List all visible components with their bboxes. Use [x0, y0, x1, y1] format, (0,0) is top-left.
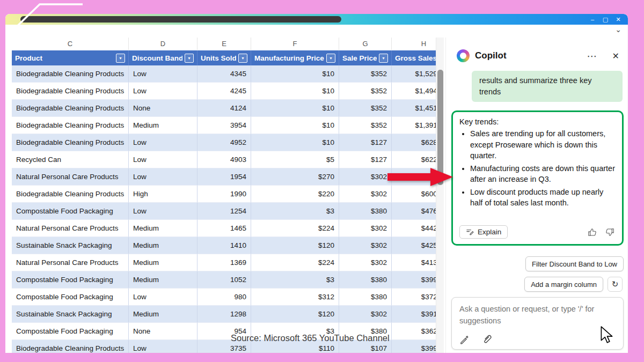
filter-dropdown-icon[interactable]: ▼ [379, 54, 388, 63]
cell-gross-sales[interactable]: $1,391,808 [392, 117, 436, 134]
cell-manufacturing-price[interactable]: $120 [251, 237, 339, 254]
cell-manufacturing-price[interactable]: $312 [251, 289, 339, 306]
suggestion-add-margin-column[interactable]: Add a margin column [524, 277, 603, 292]
cell-sale-price[interactable]: $380 [339, 271, 392, 289]
chevron-down-icon[interactable]: ⌄ [615, 25, 621, 34]
table-row[interactable]: Recycled CanLow4903$5$127$622,681 [12, 151, 436, 168]
cell-sale-price[interactable]: $302 [339, 306, 392, 323]
cell-sale-price[interactable]: $352 [339, 65, 392, 83]
cell-discount-band[interactable]: Medium [129, 237, 197, 254]
filter-dropdown-icon[interactable]: ▼ [326, 54, 335, 63]
cell-product[interactable]: Natural Personal Care Products [12, 168, 129, 186]
cell-manufacturing-price[interactable]: $10 [251, 65, 339, 83]
cell-units-sold[interactable]: 1990 [197, 186, 251, 203]
cell-discount-band[interactable]: Medium [129, 306, 197, 323]
cell-gross-sales[interactable]: $476,520 [392, 203, 436, 220]
copilot-input[interactable]: Ask a question or request, or type '/' f… [451, 297, 624, 350]
maximize-button[interactable]: ▢ [599, 14, 612, 25]
cell-manufacturing-price[interactable]: $3 [251, 203, 339, 220]
cell-units-sold[interactable]: 4903 [197, 151, 251, 168]
cell-discount-band[interactable]: Low [129, 168, 197, 186]
table-header-discount-band[interactable]: Discount Band▼ [129, 50, 197, 65]
cell-sale-price[interactable]: $302 [339, 237, 392, 254]
cell-product[interactable]: Compostable Food Packaging [12, 271, 129, 289]
table-row[interactable]: Biodegradable Cleaning ProductsMedium395… [12, 117, 436, 134]
cell-sale-price[interactable]: $380 [339, 289, 392, 306]
cell-manufacturing-price[interactable]: $10 [251, 134, 339, 151]
cell-manufacturing-price[interactable]: $224 [251, 254, 339, 271]
cell-sale-price[interactable]: $127 [339, 151, 392, 168]
column-letter-F[interactable]: F [251, 38, 339, 50]
cell-discount-band[interactable]: Medium [129, 271, 197, 289]
cell-manufacturing-price[interactable]: $10 [251, 100, 339, 117]
table-row[interactable]: Sustainable Snack PackagingMedium1298$12… [12, 306, 436, 323]
table-row[interactable]: Sustainable Snack PackagingMedium1410$12… [12, 237, 436, 254]
cell-manufacturing-price[interactable]: $220 [251, 186, 339, 203]
filter-dropdown-icon[interactable]: ▼ [238, 54, 247, 63]
cell-units-sold[interactable]: 1369 [197, 254, 251, 271]
cell-product[interactable]: Natural Personal Care Products [12, 220, 129, 237]
cell-units-sold[interactable]: 4345 [197, 65, 251, 83]
cell-gross-sales[interactable]: $442,430 [392, 220, 436, 237]
cell-units-sold[interactable]: 980 [197, 289, 251, 306]
cell-gross-sales[interactable]: $628,904 [392, 134, 436, 151]
table-row[interactable]: Natural Personal Care ProductsMedium1465… [12, 220, 436, 237]
table-row[interactable]: Biodegradable Cleaning ProductsLow4345$1… [12, 65, 436, 83]
cell-product[interactable]: Biodegradable Cleaning Products [12, 186, 129, 203]
cell-product[interactable]: Compostable Food Packaging [12, 289, 129, 306]
cell-sale-price[interactable]: $380 [339, 203, 392, 220]
cell-manufacturing-price[interactable]: $5 [251, 151, 339, 168]
cell-gross-sales[interactable]: $399,645 [392, 340, 436, 353]
table-header-product[interactable]: Product▼ [12, 50, 129, 65]
cell-units-sold[interactable]: 1254 [197, 203, 251, 220]
column-letter-C[interactable]: C [12, 38, 129, 50]
cell-discount-band[interactable]: Low [129, 203, 197, 220]
cell-units-sold[interactable]: 1954 [197, 168, 251, 186]
table-row[interactable]: Compostable Food PackagingLow1254$3$380$… [12, 203, 436, 220]
explain-button[interactable]: Explain [459, 225, 508, 239]
cell-gross-sales[interactable]: $391,996 [392, 306, 436, 323]
table-row[interactable]: Compostable Food PackagingLow980$312$380… [12, 289, 436, 306]
panel-close-icon[interactable]: ✕ [612, 51, 619, 61]
column-letter-H[interactable]: H [392, 38, 436, 50]
cell-sale-price[interactable]: $302 [339, 186, 392, 203]
cell-sale-price[interactable]: $302 [339, 220, 392, 237]
cell-product[interactable]: Natural Personal Care Products [12, 254, 129, 271]
cell-units-sold[interactable]: 4245 [197, 83, 251, 100]
more-options-icon[interactable]: ⋯ [587, 50, 597, 62]
cell-gross-sales[interactable]: $1,529,440 [392, 65, 436, 83]
suggestion-filter-discount-band[interactable]: Filter Discount Band to Low [525, 256, 624, 271]
column-letter-D[interactable]: D [129, 38, 197, 50]
cell-units-sold[interactable]: 1298 [197, 306, 251, 323]
column-letter-G[interactable]: G [339, 38, 392, 50]
cell-sale-price[interactable]: $352 [339, 117, 392, 134]
cell-product[interactable]: Biodegradable Cleaning Products [12, 100, 129, 117]
vertical-scrollbar[interactable] [436, 38, 444, 353]
cell-product[interactable]: Recycled Can [12, 151, 129, 168]
cell-manufacturing-price[interactable]: $270 [251, 168, 339, 186]
cell-product[interactable]: Sustainable Snack Packaging [12, 306, 129, 323]
cell-gross-sales[interactable]: $1,451,648 [392, 100, 436, 117]
cell-product[interactable]: Compostable Food Packaging [12, 203, 129, 220]
cell-product[interactable]: Biodegradable Cleaning Products [12, 134, 129, 151]
cell-discount-band[interactable]: None [129, 323, 197, 340]
filter-dropdown-icon[interactable]: ▼ [116, 54, 125, 63]
thumbs-up-icon[interactable] [588, 227, 597, 237]
table-header-manufacturing-price[interactable]: Manufacturing Price▼ [251, 50, 339, 65]
table-header-sale-price[interactable]: Sale Price▼ [339, 50, 392, 65]
cell-discount-band[interactable]: Low [129, 65, 197, 83]
cell-product[interactable]: Biodegradable Cleaning Products [12, 340, 129, 353]
cell-manufacturing-price[interactable]: $224 [251, 220, 339, 237]
cell-gross-sales[interactable]: $1,494,240 [392, 83, 436, 100]
cell-units-sold[interactable]: 1410 [197, 237, 251, 254]
table-row[interactable]: Biodegradable Cleaning ProductsNone4124$… [12, 100, 436, 117]
table-row[interactable]: Biodegradable Cleaning ProductsLow4245$1… [12, 83, 436, 100]
close-button[interactable]: ✕ [612, 14, 625, 25]
table-row[interactable]: Biodegradable Cleaning ProductsHigh1990$… [12, 186, 436, 203]
cell-discount-band[interactable]: Medium [129, 254, 197, 271]
cell-manufacturing-price[interactable]: $10 [251, 117, 339, 134]
table-row[interactable]: Compostable Food PackagingMedium1052$3$3… [12, 271, 436, 289]
table-header-units-sold[interactable]: Units Sold▼ [197, 50, 251, 65]
cell-gross-sales[interactable]: $372,400 [392, 289, 436, 306]
cell-manufacturing-price[interactable]: $3 [251, 271, 339, 289]
